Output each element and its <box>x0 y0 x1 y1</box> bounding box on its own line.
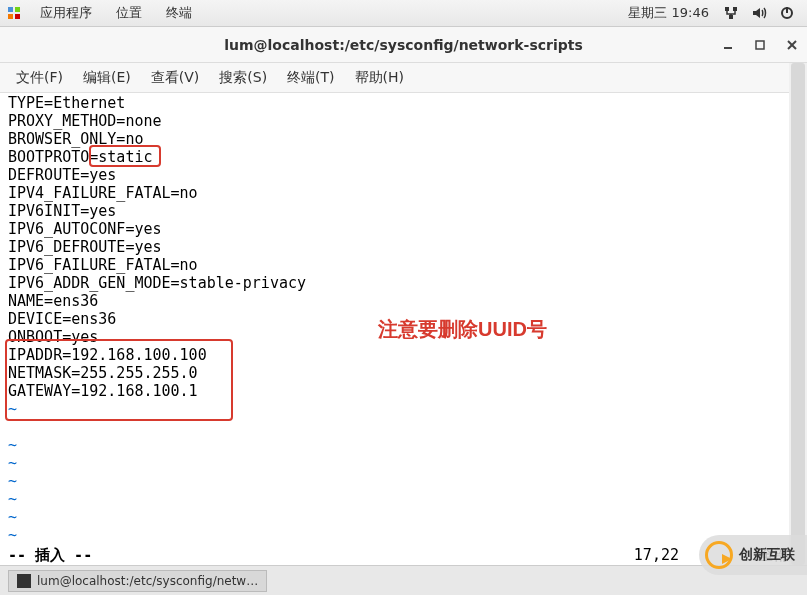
menu-view[interactable]: 查看(V) <box>141 69 210 87</box>
window-title: lum@localhost:/etc/sysconfig/network-scr… <box>0 37 807 53</box>
terminal-icon <box>17 574 31 588</box>
taskbar: lum@localhost:/etc/sysconfig/netw… <box>0 565 807 595</box>
menu-search[interactable]: 搜索(S) <box>209 69 277 87</box>
svg-rect-1 <box>15 7 20 12</box>
places-menu[interactable]: 位置 <box>104 4 154 22</box>
window-titlebar: lum@localhost:/etc/sysconfig/network-scr… <box>0 27 807 63</box>
network-icon[interactable] <box>721 3 741 23</box>
terminal-menu[interactable]: 终端 <box>154 4 204 22</box>
minimize-button[interactable] <box>719 36 737 54</box>
menu-edit[interactable]: 编辑(E) <box>73 69 141 87</box>
power-icon[interactable] <box>777 3 797 23</box>
volume-icon[interactable] <box>749 3 769 23</box>
svg-rect-0 <box>8 7 13 12</box>
svg-rect-10 <box>756 41 764 49</box>
watermark-logo-icon <box>705 541 733 569</box>
menu-help[interactable]: 帮助(H) <box>345 69 414 87</box>
clock[interactable]: 星期三 19:46 <box>620 4 717 22</box>
close-button[interactable] <box>783 36 801 54</box>
menubar: 文件(F) 编辑(E) 查看(V) 搜索(S) 终端(T) 帮助(H) <box>0 63 807 93</box>
svg-rect-3 <box>15 14 20 19</box>
system-top-panel: 应用程序 位置 终端 星期三 19:46 <box>0 0 807 27</box>
scrollbar-thumb[interactable] <box>791 63 805 565</box>
svg-rect-4 <box>725 7 729 11</box>
svg-rect-2 <box>8 14 13 19</box>
vim-mode: -- 插入 -- <box>8 546 92 565</box>
menu-terminal[interactable]: 终端(T) <box>277 69 344 87</box>
watermark: 创新互联 <box>699 535 807 575</box>
menu-file[interactable]: 文件(F) <box>6 69 73 87</box>
activities-icon[interactable] <box>6 5 22 21</box>
annotation-text: 注意要删除UUID号 <box>378 316 547 343</box>
taskbar-item[interactable]: lum@localhost:/etc/sysconfig/netw… <box>8 570 267 592</box>
watermark-text: 创新互联 <box>739 546 795 564</box>
scrollbar[interactable] <box>789 63 807 565</box>
taskbar-item-label: lum@localhost:/etc/sysconfig/netw… <box>37 574 258 588</box>
maximize-button[interactable] <box>751 36 769 54</box>
applications-menu[interactable]: 应用程序 <box>28 4 104 22</box>
vim-status-line: -- 插入 -- 17,22 全部 <box>8 546 789 565</box>
svg-rect-5 <box>733 7 737 11</box>
